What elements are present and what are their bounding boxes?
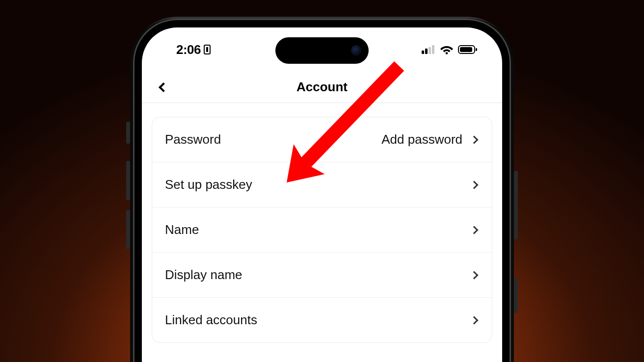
row-label: Linked accounts xyxy=(165,312,257,328)
back-button[interactable] xyxy=(154,78,173,97)
row-label: Name xyxy=(165,222,199,237)
chevron-right-icon xyxy=(470,226,479,234)
row-display-name[interactable]: Display name xyxy=(152,253,492,298)
battery-icon xyxy=(458,45,478,54)
status-time: 2:06 xyxy=(176,42,201,57)
row-label: Password xyxy=(165,132,221,147)
dynamic-island xyxy=(275,37,369,64)
row-password[interactable]: Password Add password xyxy=(152,117,492,162)
row-right: Add password xyxy=(381,132,479,147)
page-title: Account xyxy=(296,79,348,95)
svg-rect-1 xyxy=(425,49,428,54)
status-time-group: 2:06 xyxy=(176,42,211,57)
row-name[interactable]: Name xyxy=(152,207,492,253)
wifi-icon xyxy=(440,45,453,54)
cellular-icon xyxy=(422,45,435,54)
row-right xyxy=(471,182,479,188)
row-linked-accounts[interactable]: Linked accounts xyxy=(152,298,492,342)
svg-point-4 xyxy=(446,52,448,54)
nav-header: Account xyxy=(142,72,502,103)
volume-up-button xyxy=(126,161,130,200)
row-right xyxy=(471,272,479,278)
side-button xyxy=(126,122,130,144)
svg-rect-2 xyxy=(429,47,431,54)
chevron-right-icon xyxy=(470,271,479,279)
volume-down-button xyxy=(126,210,130,249)
row-right xyxy=(471,317,479,323)
side-button xyxy=(514,279,518,313)
svg-rect-6 xyxy=(460,47,472,52)
power-button xyxy=(514,171,518,239)
chevron-right-icon xyxy=(470,181,479,189)
screen: 2:06 xyxy=(142,27,502,362)
chevron-right-icon xyxy=(470,316,479,324)
svg-rect-3 xyxy=(432,45,434,54)
sim-icon xyxy=(204,45,211,54)
chevron-right-icon xyxy=(470,135,479,144)
status-right xyxy=(422,45,478,54)
row-label: Display name xyxy=(165,267,242,283)
row-label: Set up passkey xyxy=(165,177,252,192)
svg-rect-7 xyxy=(476,48,477,51)
row-right xyxy=(471,227,479,233)
svg-rect-0 xyxy=(422,51,424,54)
chevron-left-icon xyxy=(159,82,168,92)
row-value: Add password xyxy=(381,132,462,147)
settings-card: Password Add password Set up passkey Nam… xyxy=(152,117,492,343)
phone-frame: 2:06 xyxy=(133,19,511,362)
row-set-up-passkey[interactable]: Set up passkey xyxy=(152,162,492,207)
content: Password Add password Set up passkey Nam… xyxy=(142,103,502,343)
